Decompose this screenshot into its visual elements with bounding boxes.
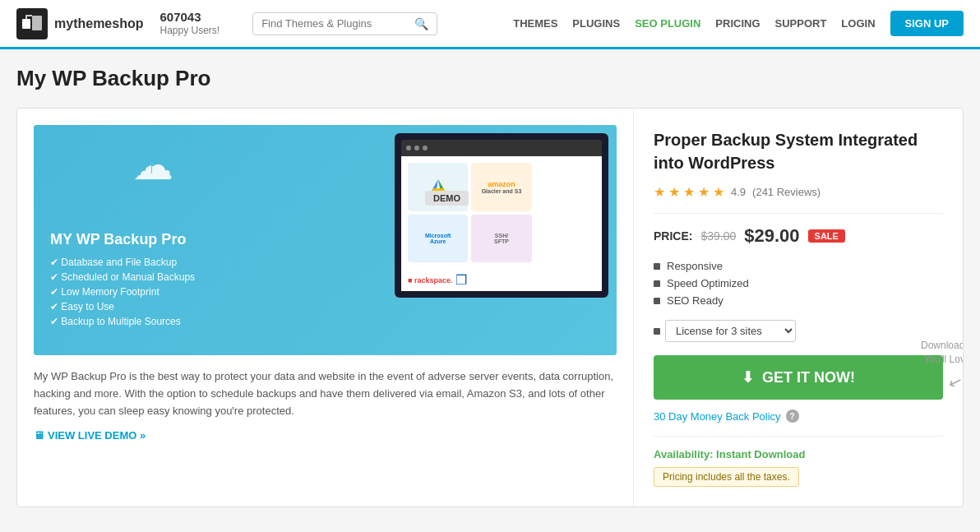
feature-item: Easy to Use	[50, 301, 195, 312]
view-demo-label: VIEW LIVE DEMO »	[48, 429, 146, 442]
logo-text: mythemeshop	[54, 16, 143, 31]
user-count-label: Happy Users!	[159, 25, 220, 36]
nav-support[interactable]: SUPPORT	[775, 17, 827, 30]
star-5: ★	[713, 184, 724, 200]
user-count-area: 607043 Happy Users!	[159, 10, 220, 36]
star-1: ★	[654, 184, 665, 200]
search-icon: 🔍	[414, 17, 428, 30]
nav-plugins[interactable]: PLUGINS	[572, 17, 620, 30]
product-left-panel: ☁ ↑ W MY WP Backup Pro Database and File…	[17, 109, 634, 507]
features-list: Responsive Speed Optimized SEO Ready	[654, 260, 943, 307]
product-card: ☁ ↑ W MY WP Backup Pro Database and File…	[16, 108, 964, 507]
product-description: My WP Backup Pro is the best way to prot…	[34, 368, 617, 419]
feature-seo: SEO Ready	[654, 294, 943, 307]
plugin-name-area: MY WP Backup Pro Database and File Backu…	[50, 231, 195, 331]
nav-pricing[interactable]: PRICING	[715, 17, 760, 30]
bullet-responsive	[654, 263, 660, 270]
availability-row: Availability: Instant Download	[654, 448, 943, 460]
rating-row: ★ ★ ★ ★ ★ 4.9 (241 Reviews)	[654, 184, 943, 200]
screen-top-bar	[401, 140, 602, 156]
download-icon: ⬇	[742, 368, 754, 386]
feature-speed: Speed Optimized	[654, 277, 943, 289]
logo-rackspace: ■ rackspace.	[408, 276, 452, 285]
feature-item: Scheduled or Manual Backups	[50, 271, 195, 283]
screen-dot-3	[423, 146, 428, 150]
nav-login[interactable]: LOGIN	[841, 17, 875, 30]
view-demo-link[interactable]: 🖥 VIEW LIVE DEMO »	[34, 429, 146, 442]
price-label: PRICE:	[654, 229, 692, 243]
price-row: PRICE: $39.00 $29.00 SALE	[654, 225, 943, 247]
svg-rect-0	[22, 19, 30, 29]
price-original: $39.00	[700, 229, 736, 243]
cta-button-label: GET IT NOW!	[762, 369, 855, 386]
feature-label-responsive: Responsive	[667, 260, 723, 272]
empty-cell	[535, 163, 595, 211]
sale-badge: SALE	[808, 229, 845, 243]
price-current: $29.00	[744, 225, 799, 247]
bullet-speed	[654, 280, 660, 287]
license-row: License for 1 site License for 3 sites L…	[654, 320, 943, 342]
feature-label-seo: SEO Ready	[667, 294, 723, 307]
monitor-icon: 🖥	[34, 429, 44, 442]
page-title: My WP Backup Pro	[16, 66, 964, 91]
screen-body: amazon Glacier and S3 Microsoft Azure SS…	[401, 156, 602, 269]
feature-label-speed: Speed Optimized	[667, 277, 749, 289]
star-2: ★	[668, 184, 680, 200]
availability-value: Instant Download	[716, 448, 805, 460]
demo-badge: DEMO	[425, 191, 469, 206]
feature-item: Database and File Backup	[50, 257, 195, 268]
screen-footer-logos: ■ rackspace. ❐	[401, 269, 602, 291]
screen-dot-1	[406, 146, 411, 150]
tax-note: Pricing includes all the taxes.	[654, 467, 799, 487]
divider-1	[654, 213, 943, 214]
cta-area: ⬇ GET IT NOW! Download Now! You'll Love …	[654, 355, 943, 400]
rating-value: 4.9	[731, 186, 746, 198]
search-box[interactable]: 🔍	[252, 12, 437, 35]
logo-azure: Microsoft Azure	[408, 215, 468, 263]
page-content: My WP Backup Pro ☁ ↑ W MY WP Backup Pro …	[0, 49, 980, 524]
logo-ftp: SSH/ SFTP	[471, 215, 531, 263]
money-back-link[interactable]: 30 Day Money Back Policy	[654, 410, 781, 423]
divider-2	[654, 436, 943, 437]
header: mythemeshop 607043 Happy Users! 🔍 THEMES…	[0, 0, 980, 49]
help-icon[interactable]: ?	[786, 409, 799, 423]
screen-mockup: amazon Glacier and S3 Microsoft Azure SS…	[395, 133, 608, 298]
bullet-seo	[654, 298, 660, 304]
feature-item: Backup to Multiple Sources	[50, 316, 195, 327]
money-back-row: 30 Day Money Back Policy ?	[654, 409, 943, 423]
product-image: ☁ ↑ W MY WP Backup Pro Database and File…	[34, 125, 617, 355]
logo-dropbox: ❐	[455, 272, 467, 288]
product-right-title: Proper Backup System Integrated into Wor…	[654, 128, 943, 174]
cta-button[interactable]: ⬇ GET IT NOW!	[654, 355, 943, 400]
product-right-panel: Proper Backup System Integrated into Wor…	[634, 109, 963, 507]
backup-features-list: Database and File Backup Scheduled or Ma…	[50, 257, 195, 327]
logo-icon	[16, 8, 48, 39]
search-input[interactable]	[261, 17, 409, 30]
main-nav: THEMES PLUGINS SEO PLUGIN PRICING SUPPOR…	[513, 11, 964, 36]
signup-button[interactable]: SIGN UP	[890, 11, 964, 36]
screen-dot-2	[414, 146, 419, 150]
backup-plugin-title: MY WP Backup Pro	[50, 231, 195, 248]
feature-responsive: Responsive	[654, 260, 943, 272]
nav-seo-plugin[interactable]: SEO PLUGIN	[635, 17, 700, 30]
download-callout: Download Now! You'll Love it :) ↙	[918, 339, 964, 393]
license-select[interactable]: License for 1 site License for 3 sites L…	[665, 320, 796, 342]
logo-amazon: amazon Glacier and S3	[471, 163, 531, 211]
product-image-inner: ☁ ↑ W MY WP Backup Pro Database and File…	[34, 125, 617, 355]
empty-cell-2	[535, 215, 595, 263]
bullet-license	[654, 328, 660, 335]
star-3: ★	[683, 184, 695, 200]
rating-count: (241 Reviews)	[752, 186, 821, 198]
user-count-number: 607043	[159, 10, 220, 25]
logo-area: mythemeshop	[16, 8, 143, 39]
feature-item: Low Memory Footprint	[50, 286, 195, 298]
star-4: ★	[698, 184, 710, 200]
nav-themes[interactable]: THEMES	[513, 17, 557, 30]
svg-rect-1	[32, 16, 42, 30]
upload-arrow-icon: ↑	[147, 156, 156, 178]
availability-label: Availability:	[654, 448, 716, 460]
